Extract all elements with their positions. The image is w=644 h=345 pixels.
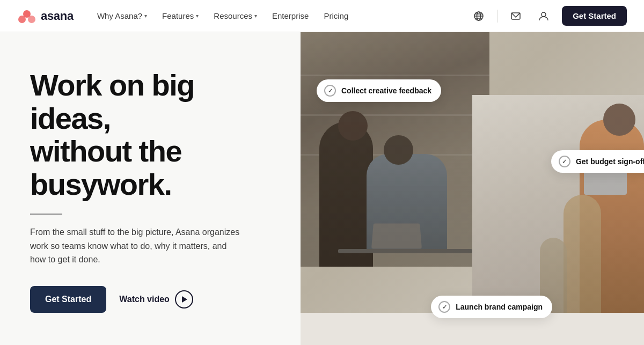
nav-right: Get Started (469, 6, 627, 26)
nav-pricing[interactable]: Pricing (317, 8, 355, 24)
task-badge-label-1: Collect creative feedback (341, 86, 431, 95)
desk-surface (338, 249, 472, 253)
hero-right: ✓ Collect creative feedback ✓ Get budget… (301, 32, 644, 345)
svg-point-2 (28, 16, 35, 23)
main-content: Work on big ideas, without the busywork.… (0, 32, 644, 345)
mail-icon-button[interactable] (506, 6, 525, 26)
shelf-line (301, 75, 489, 76)
hero-left: Work on big ideas, without the busywork.… (0, 32, 301, 345)
hero-subtext: From the small stuff to the big picture,… (30, 225, 245, 267)
navbar: asana Why Asana? ▾ Features ▾ Resources … (0, 0, 644, 32)
shelf-line (301, 154, 489, 156)
chevron-down-icon: ▾ (144, 13, 147, 19)
user-icon-button[interactable] (534, 6, 553, 26)
check-circle-icon-3: ✓ (438, 301, 450, 313)
nav-links: Why Asana? ▾ Features ▾ Resources ▾ Ente… (91, 8, 469, 24)
person-right-head (603, 104, 635, 136)
nav-enterprise[interactable]: Enterprise (266, 8, 315, 24)
svg-point-1 (18, 16, 26, 23)
task-badge-1: ✓ Collect creative feedback (317, 79, 441, 102)
hero-headline: Work on big ideas, without the busywork. (30, 69, 270, 201)
nav-get-started-button[interactable]: Get Started (562, 6, 627, 26)
person-head (338, 111, 368, 141)
hero-actions: Get Started Watch video (30, 286, 270, 313)
laptop-screen (371, 224, 422, 249)
watch-video-button[interactable]: Watch video (119, 290, 193, 309)
watch-video-label: Watch video (119, 295, 170, 304)
task-badge-2: ✓ Get budget sign-off (551, 150, 644, 173)
task-badge-label-2: Get budget sign-off (576, 157, 644, 166)
check-circle-icon-2: ✓ (559, 156, 570, 167)
photo-left-zone (301, 32, 489, 267)
hero-get-started-button[interactable]: Get Started (30, 286, 106, 313)
nav-resources[interactable]: Resources ▾ (207, 8, 264, 24)
logo[interactable]: asana (17, 9, 74, 24)
chevron-down-icon: ▾ (196, 13, 199, 19)
globe-icon-button[interactable] (469, 6, 488, 26)
task-badge-label-3: Launch brand campaign (456, 303, 543, 311)
svg-point-9 (541, 12, 546, 17)
nav-why-asana[interactable]: Why Asana? ▾ (91, 8, 153, 24)
nav-features[interactable]: Features ▾ (156, 8, 205, 24)
person-silhouette (319, 122, 373, 267)
person-head-2 (384, 135, 413, 165)
play-circle-icon (175, 290, 193, 309)
hero-image: ✓ Collect creative feedback ✓ Get budget… (301, 32, 644, 345)
chevron-down-icon: ▾ (254, 13, 257, 19)
task-badge-3: ✓ Launch brand campaign (431, 296, 552, 318)
shelf-line (301, 114, 489, 116)
hero-divider (30, 214, 62, 215)
check-circle-icon: ✓ (324, 85, 336, 97)
play-triangle-icon (182, 296, 187, 303)
logo-wordmark: asana (41, 9, 74, 23)
nav-divider (497, 10, 497, 23)
person-sitting-silhouette (367, 154, 447, 251)
